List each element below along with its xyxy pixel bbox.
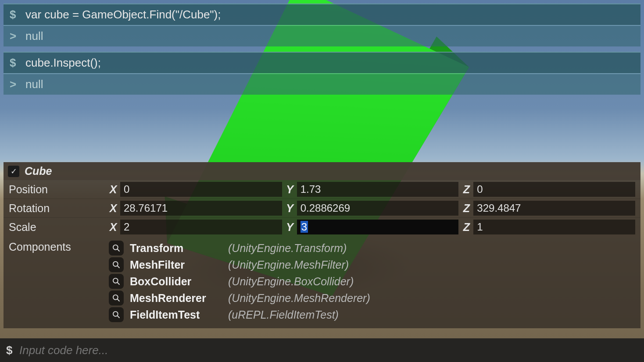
repl-history: $ var cube = GameObject.Find("/Cube"); >…: [0, 0, 644, 100]
repl-command-line: $ var cube = GameObject.Find("/Cube");: [4, 4, 640, 25]
object-name: Cube: [25, 165, 52, 177]
rotation-z-input[interactable]: 329.4847: [473, 201, 635, 216]
svg-point-4: [113, 278, 118, 283]
rotation-x-input[interactable]: 28.76171: [120, 201, 282, 216]
component-item: Transform(UnityEngine.Transform): [109, 241, 370, 256]
scale-y-input[interactable]: 3: [297, 220, 459, 234]
row-scale: Scale X 2 Y 3 Z 1: [4, 217, 640, 236]
row-label-scale: Scale: [9, 221, 105, 234]
axis-label-x: X: [108, 221, 118, 234]
row-label-rotation: Rotation: [9, 202, 105, 215]
svg-point-2: [113, 262, 118, 266]
component-type: (UnityEngine.BoxCollider): [228, 275, 354, 288]
component-item: MeshRenderer(UnityEngine.MeshRenderer): [109, 291, 370, 305]
axis-label-x: X: [108, 183, 118, 196]
inspect-icon[interactable]: [109, 257, 124, 272]
repl-output-line: > null: [4, 26, 640, 46]
axis-label-y: Y: [285, 221, 295, 234]
cube-3d: [307, 136, 308, 136]
axis-label-z: Z: [461, 221, 472, 234]
component-item: MeshFilter(UnityEngine.MeshFilter): [109, 257, 370, 272]
component-name: BoxCollider: [130, 275, 222, 288]
repl-command-line: $ cube.Inspect();: [4, 52, 640, 73]
repl-command-text: var cube = GameObject.Find("/Cube");: [25, 8, 221, 21]
prompt-symbol: $: [10, 56, 25, 70]
component-type: (UnityEngine.MeshFilter): [228, 259, 349, 271]
output-symbol: >: [10, 78, 25, 91]
component-name: MeshFilter: [130, 259, 222, 271]
inspector-panel: ✓ Cube Position X 0 Y 1.73 Z 0 Rotation …: [4, 162, 640, 328]
row-position: Position X 0 Y 1.73 Z 0: [4, 180, 640, 199]
repl-output-line: > null: [4, 74, 640, 95]
repl-input-bar: $: [0, 338, 644, 362]
component-item: FieldItemTest(uREPL.FieldItemTest): [109, 307, 370, 322]
repl-block: $ var cube = GameObject.Find("/Cube"); >…: [4, 4, 640, 46]
prompt-symbol: $: [6, 344, 19, 357]
rotation-y-input[interactable]: 0.2886269: [297, 201, 459, 216]
inspector-header: ✓ Cube: [4, 162, 640, 180]
component-name: FieldItemTest: [130, 309, 222, 321]
svg-line-9: [118, 316, 120, 318]
output-symbol: >: [10, 29, 25, 43]
repl-output-text: null: [25, 29, 43, 43]
repl-output-text: null: [25, 78, 43, 91]
position-z-input[interactable]: 0: [473, 182, 635, 197]
svg-point-0: [113, 245, 118, 250]
repl-command-text: cube.Inspect();: [25, 56, 101, 70]
prompt-symbol: $: [10, 8, 25, 21]
repl-input[interactable]: [19, 344, 638, 357]
component-type: (UnityEngine.MeshRenderer): [228, 292, 370, 305]
axis-label-x: X: [108, 202, 118, 215]
inspect-icon[interactable]: [109, 274, 124, 289]
svg-line-7: [118, 299, 120, 302]
components-section: Components Transform(UnityEngine.Transfo…: [4, 236, 640, 328]
scale-z-input[interactable]: 1: [473, 220, 635, 234]
component-type: (UnityEngine.Transform): [228, 242, 347, 255]
inspect-icon[interactable]: [109, 307, 124, 322]
axis-label-y: Y: [285, 183, 295, 196]
scale-x-input[interactable]: 2: [120, 220, 282, 234]
svg-line-1: [118, 249, 120, 252]
enabled-checkbox[interactable]: ✓: [8, 166, 19, 177]
inspect-icon[interactable]: [109, 291, 124, 305]
component-name: MeshRenderer: [130, 292, 222, 305]
components-label: Components: [9, 241, 109, 322]
component-item: BoxCollider(UnityEngine.BoxCollider): [109, 274, 370, 289]
svg-point-8: [113, 312, 118, 316]
check-icon: ✓: [11, 167, 17, 175]
row-label-position: Position: [9, 183, 105, 196]
row-rotation: Rotation X 28.76171 Y 0.2886269 Z 329.48…: [4, 199, 640, 217]
component-name: Transform: [130, 242, 222, 255]
position-y-input[interactable]: 1.73: [297, 182, 459, 197]
repl-block: $ cube.Inspect(); > null: [4, 52, 640, 95]
svg-point-6: [113, 295, 118, 300]
axis-label-z: Z: [461, 202, 472, 215]
position-x-input[interactable]: 0: [120, 182, 282, 197]
component-type: (uREPL.FieldItemTest): [228, 309, 339, 321]
svg-line-5: [118, 283, 120, 285]
inspect-icon[interactable]: [109, 241, 124, 256]
svg-line-3: [118, 266, 120, 268]
axis-label-y: Y: [285, 202, 295, 215]
axis-label-z: Z: [461, 183, 472, 196]
